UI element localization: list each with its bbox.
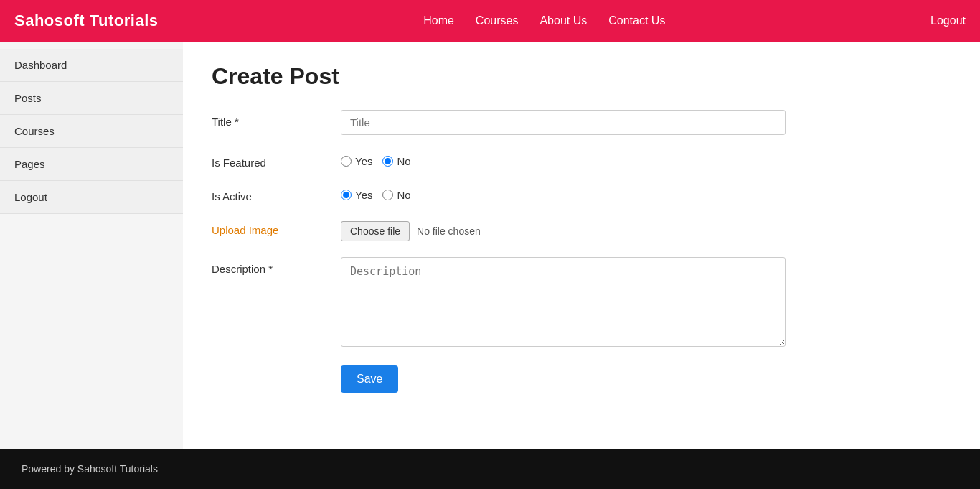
footer-text: Powered by Sahosoft Tutorials [22, 463, 158, 475]
navbar: Sahosoft Tutorials Home Courses About Us… [0, 0, 980, 42]
upload-field: Choose file No file chosen [341, 218, 951, 241]
active-field: Yes No [341, 185, 951, 201]
featured-field: Yes No [341, 151, 951, 167]
active-yes-radio[interactable] [341, 190, 352, 200]
active-no-radio[interactable] [382, 190, 393, 200]
sidebar: Dashboard Posts Courses Pages Logout [0, 42, 183, 449]
featured-yes-label[interactable]: Yes [341, 155, 372, 167]
page-title: Create Post [212, 63, 951, 90]
description-row: Description * [212, 257, 951, 350]
title-label: Title * [212, 110, 341, 128]
active-label: Is Active [212, 185, 341, 202]
logout-nav-button[interactable]: Logout [930, 14, 966, 27]
save-row: Save [212, 365, 951, 393]
featured-no-text: No [397, 155, 410, 167]
active-no-label[interactable]: No [382, 189, 410, 201]
nav-links: Home Courses About Us Contact Us [416, 10, 672, 32]
upload-row: Upload Image Choose file No file chosen [212, 218, 951, 241]
featured-label: Is Featured [212, 151, 341, 169]
featured-no-label[interactable]: No [382, 155, 410, 167]
sidebar-item-pages[interactable]: Pages [0, 148, 183, 181]
brand-logo: Sahosoft Tutorials [14, 11, 159, 30]
featured-no-radio[interactable] [382, 156, 393, 167]
featured-row: Is Featured Yes No [212, 151, 951, 169]
sidebar-item-dashboard[interactable]: Dashboard [0, 49, 183, 82]
sidebar-item-posts[interactable]: Posts [0, 82, 183, 115]
active-yes-text: Yes [355, 189, 372, 201]
choose-file-button[interactable]: Choose file [341, 221, 410, 241]
nav-contact[interactable]: Contact Us [601, 10, 672, 32]
title-input[interactable] [341, 110, 786, 135]
footer: Powered by Sahosoft Tutorials [0, 449, 980, 489]
active-yes-label[interactable]: Yes [341, 189, 372, 201]
active-no-text: No [397, 189, 410, 201]
upload-label: Upload Image [212, 218, 341, 236]
main-layout: Dashboard Posts Courses Pages Logout Cre… [0, 42, 980, 449]
sidebar-item-logout[interactable]: Logout [0, 181, 183, 214]
no-file-text: No file chosen [417, 225, 481, 237]
sidebar-item-courses[interactable]: Courses [0, 115, 183, 148]
active-row: Is Active Yes No [212, 185, 951, 202]
description-label: Description * [212, 257, 341, 275]
save-button[interactable]: Save [341, 365, 398, 393]
nav-courses[interactable]: Courses [468, 10, 526, 32]
title-row: Title * [212, 110, 951, 135]
featured-yes-radio[interactable] [341, 156, 352, 167]
description-textarea[interactable] [341, 257, 786, 347]
nav-home[interactable]: Home [416, 10, 461, 32]
description-field [341, 257, 951, 350]
featured-yes-text: Yes [355, 155, 372, 167]
title-field [341, 110, 951, 135]
content-area: Create Post Title * Is Featured Yes No [183, 42, 980, 430]
nav-about[interactable]: About Us [532, 10, 594, 32]
